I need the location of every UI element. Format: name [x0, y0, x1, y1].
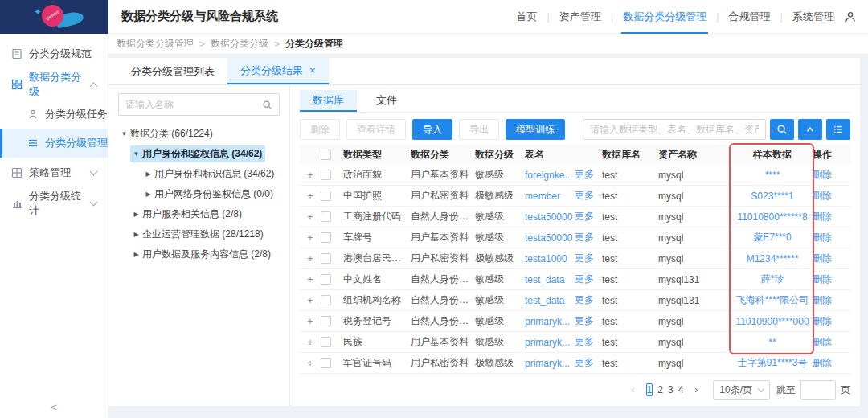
tree-node[interactable]: 用户身份和鉴权信息 (34/62) [118, 144, 280, 164]
table-name-link[interactable]: foreignke... [525, 170, 572, 181]
sample-data-link[interactable]: 11010900****000 [735, 316, 809, 327]
tree-node[interactable]: 用户数据及服务内容信息 (2/8) [118, 244, 280, 264]
table-name-link[interactable]: testa1000 [525, 253, 567, 264]
more-link[interactable]: 更多 [575, 293, 597, 307]
more-link[interactable]: 更多 [575, 335, 597, 349]
tab-manage-list[interactable]: 分类分级管理列表 [118, 58, 227, 84]
sidebar-item-data-classification[interactable]: 数据分类分级 [0, 69, 108, 100]
row-checkbox[interactable] [321, 358, 331, 368]
search-button[interactable] [770, 119, 794, 140]
user-icon[interactable] [844, 10, 857, 23]
row-expand-button[interactable]: + [307, 191, 313, 202]
row-expand-button[interactable]: + [307, 295, 313, 306]
delete-row-link[interactable]: 删除 [813, 190, 832, 201]
breadcrumb-item[interactable]: 数据分类分级管理 [117, 37, 194, 51]
column-settings-button[interactable] [826, 119, 850, 140]
table-name-link[interactable]: test_data [525, 295, 564, 306]
breadcrumb-item[interactable]: 数据分类分级 [211, 37, 268, 51]
search-icon[interactable] [262, 100, 272, 110]
more-link[interactable]: 更多 [575, 314, 597, 328]
tree-node[interactable]: 用户服务相关信息 (2/8) [118, 204, 280, 224]
close-icon[interactable]: × [309, 58, 316, 84]
row-expand-button[interactable]: + [307, 253, 313, 264]
table-name-link[interactable]: testa50000 [525, 232, 572, 244]
collapse-filter-button[interactable] [798, 119, 822, 140]
nav-item-assets[interactable]: 资产管理 [558, 0, 603, 34]
delete-row-link[interactable]: 删除 [813, 336, 832, 347]
sample-data-link[interactable]: 士字第91****3号 [738, 357, 808, 368]
more-link[interactable]: 更多 [575, 168, 597, 182]
page-number-4[interactable]: 4 [678, 384, 684, 395]
sample-data-link[interactable]: **** [765, 170, 780, 181]
table-name-link[interactable]: primaryk... [525, 358, 570, 369]
view-detail-button[interactable]: 查看详情 [346, 119, 406, 140]
export-button[interactable]: 导出 [459, 119, 499, 140]
page-size-select[interactable]: 10条/页 [713, 380, 770, 400]
tree-search-input[interactable] [125, 99, 262, 110]
table-name-link[interactable]: primaryk... [525, 316, 570, 327]
page-number-1[interactable]: 1 [646, 383, 653, 396]
more-link[interactable]: 更多 [575, 231, 597, 244]
row-checkbox[interactable] [321, 337, 331, 347]
import-button[interactable]: 导入 [412, 119, 452, 140]
row-checkbox[interactable] [321, 295, 331, 305]
tab-file[interactable]: 文件 [363, 90, 410, 112]
sample-data-link[interactable]: M1234****** [747, 253, 799, 264]
table-name-link[interactable]: test_data [525, 274, 564, 285]
tree-node[interactable]: 用户身份和标识信息 (34/62) [118, 164, 280, 184]
row-expand-button[interactable]: + [307, 232, 313, 244]
sidebar-item-strategy-manage[interactable]: 策略管理 [0, 158, 108, 188]
more-link[interactable]: 更多 [575, 356, 597, 370]
page-number-3[interactable]: 3 [668, 384, 674, 395]
row-checkbox[interactable] [321, 191, 331, 201]
table-search-input[interactable] [583, 119, 766, 140]
row-checkbox[interactable] [321, 274, 331, 285]
delete-row-link[interactable]: 删除 [813, 273, 832, 285]
sample-data-link[interactable]: 蒙E7***0 [753, 232, 791, 243]
sample-data-link[interactable]: ** [768, 337, 776, 348]
delete-row-link[interactable]: 删除 [813, 252, 832, 264]
delete-row-link[interactable]: 删除 [813, 211, 832, 222]
table-name-link[interactable]: member [525, 191, 560, 202]
tab-database[interactable]: 数据库 [300, 90, 357, 112]
row-checkbox[interactable] [321, 253, 331, 264]
sidebar-item-classification-manage[interactable]: 分类分级管理 [0, 129, 108, 158]
more-link[interactable]: 更多 [575, 189, 597, 203]
more-link[interactable]: 更多 [575, 273, 597, 286]
row-checkbox[interactable] [321, 170, 331, 180]
delete-button[interactable]: 删除 [300, 119, 340, 140]
nav-item-home[interactable]: 首页 [514, 0, 538, 34]
tree-node[interactable]: 数据分类 (66/1224) [118, 124, 280, 144]
delete-row-link[interactable]: 删除 [813, 315, 832, 326]
row-checkbox[interactable] [321, 316, 331, 326]
row-expand-button[interactable]: + [307, 316, 313, 327]
nav-item-system[interactable]: 系统管理 [791, 0, 836, 34]
sample-data-link[interactable]: 11010800******8 [737, 211, 807, 223]
jump-page-input[interactable] [800, 380, 836, 400]
delete-row-link[interactable]: 删除 [813, 294, 832, 305]
row-expand-button[interactable]: + [307, 211, 313, 223]
page-number-2[interactable]: 2 [657, 384, 663, 395]
sidebar-collapse-button[interactable]: < [0, 401, 108, 413]
sample-data-link[interactable]: S023****1 [751, 191, 793, 202]
delete-row-link[interactable]: 删除 [813, 169, 832, 180]
table-name-link[interactable]: primaryk... [525, 337, 570, 348]
sidebar-item-classification-stats[interactable]: 分类分级统计 [0, 188, 108, 219]
model-train-button[interactable]: 模型训练 [506, 119, 565, 140]
nav-item-compliance[interactable]: 合规管理 [727, 0, 772, 34]
tree-node[interactable]: 用户网络身份鉴权信息 (0/0) [118, 184, 280, 204]
row-checkbox[interactable] [321, 211, 331, 222]
row-expand-button[interactable]: + [307, 274, 313, 285]
next-page-icon[interactable]: › [688, 381, 704, 399]
more-link[interactable]: 更多 [575, 210, 597, 223]
select-all-checkbox[interactable] [321, 150, 331, 160]
sample-data-link[interactable]: 薛*珍 [761, 273, 784, 285]
row-checkbox[interactable] [321, 232, 331, 243]
table-name-link[interactable]: testa50000 [525, 211, 572, 223]
delete-row-link[interactable]: 删除 [813, 357, 832, 368]
tab-classification-result[interactable]: 分类分级结果 × [227, 58, 329, 84]
prev-page-icon[interactable]: ‹ [625, 381, 641, 399]
tree-node[interactable]: 企业运营管理数据 (28/1218) [118, 224, 280, 244]
sidebar-item-classification-task[interactable]: 分类分级任务 [0, 100, 108, 129]
row-expand-button[interactable]: + [307, 358, 313, 369]
